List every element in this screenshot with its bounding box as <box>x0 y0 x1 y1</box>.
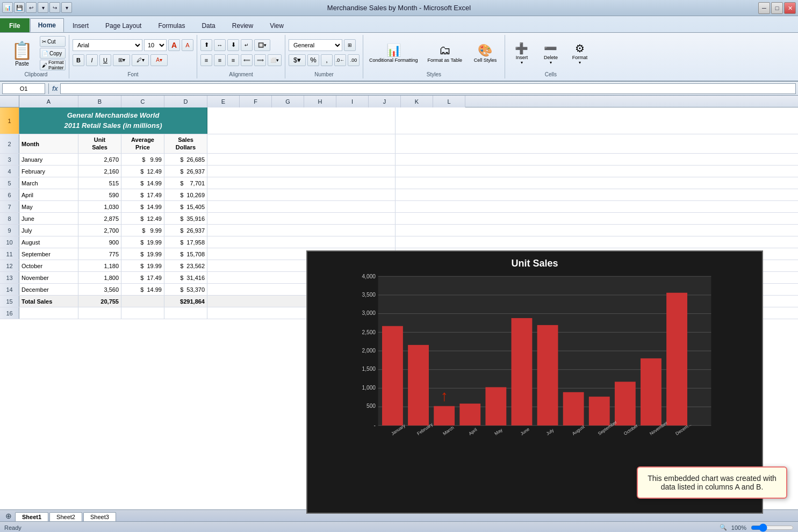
decrease-indent-button[interactable]: ⟸ <box>241 54 253 66</box>
decrease-decimal-button[interactable]: .0← <box>334 54 346 66</box>
month-cell[interactable]: April <box>19 189 78 200</box>
col-header-l[interactable]: L <box>433 96 465 107</box>
formula-input[interactable] <box>60 83 796 94</box>
avg-price-cell[interactable]: $ 19.99 <box>121 236 164 248</box>
redo-button[interactable]: ↪ <box>49 2 60 13</box>
avg-price-cell[interactable]: $ 14.99 <box>121 284 164 295</box>
total-sales-dollars[interactable]: $291,864 <box>164 296 207 307</box>
sales-dollars-cell[interactable]: $ 31,416 <box>164 272 207 283</box>
row-header-3[interactable]: 3 <box>0 154 19 165</box>
month-cell[interactable]: January <box>19 154 78 165</box>
month-cell[interactable]: November <box>19 272 78 283</box>
sales-dollars-cell[interactable]: $ 26,685 <box>164 154 207 165</box>
font-size-select[interactable]: 10 <box>144 39 167 51</box>
sales-dollars-cell[interactable]: $ 26,937 <box>164 166 207 177</box>
month-cell[interactable]: August <box>19 236 78 248</box>
col-header-h[interactable]: H <box>304 96 336 107</box>
increase-decimal-button[interactable]: .00 <box>348 54 360 66</box>
row-header-12[interactable]: 12 <box>0 260 19 271</box>
font-color-button[interactable]: A▾ <box>150 54 168 66</box>
align-middle-button[interactable]: ↔ <box>214 39 226 51</box>
sales-dollars-cell[interactable]: $ 7,701 <box>164 177 207 189</box>
insert-button[interactable]: ➕ Insert ▾ <box>508 40 535 67</box>
font-family-select[interactable]: Arial <box>73 39 142 51</box>
row-header-4[interactable]: 4 <box>0 166 19 177</box>
col-header-d[interactable]: D <box>164 96 207 107</box>
row-header-7[interactable]: 7 <box>0 201 19 212</box>
sales-dollars-cell[interactable]: $ 17,958 <box>164 236 207 248</box>
total-unit-sales[interactable]: 20,755 <box>78 296 121 307</box>
fill-color-button[interactable]: 🖊▾ <box>132 54 149 66</box>
col-header-i[interactable]: I <box>336 96 369 107</box>
tab-file[interactable]: File <box>0 18 30 32</box>
undo-arrow[interactable]: ▾ <box>38 2 48 13</box>
sheet-tab-2[interactable]: Sheet2 <box>49 512 82 521</box>
month-cell[interactable]: February <box>19 166 78 177</box>
name-box[interactable] <box>2 83 45 94</box>
save-button[interactable]: 💾 <box>14 2 25 13</box>
month-cell[interactable]: May <box>19 201 78 212</box>
avg-price-cell[interactable]: $ 12.49 <box>121 213 164 224</box>
tab-insert[interactable]: Insert <box>64 18 97 32</box>
format-as-table-button[interactable]: 🗂 Format as Table <box>425 42 465 64</box>
sales-dollars-cell[interactable]: $ 35,916 <box>164 213 207 224</box>
small-merge-button[interactable]: ⬜▾ <box>268 54 282 66</box>
cut-button[interactable]: ✂ Cut <box>40 36 66 47</box>
format-painter-button[interactable]: 🖌 Format Painter <box>40 60 66 70</box>
row-header-15[interactable]: 15 <box>0 296 19 307</box>
center-align-button[interactable]: ≡ <box>214 54 226 66</box>
unit-sales-cell[interactable]: 775 <box>78 248 121 260</box>
percent-button[interactable]: % <box>307 54 319 66</box>
sales-dollars-cell[interactable]: $ 15,405 <box>164 201 207 212</box>
row-header-1[interactable]: 1 <box>0 107 19 134</box>
copy-button[interactable]: 📄 Copy <box>40 48 66 59</box>
month-cell[interactable]: March <box>19 177 78 189</box>
sheet-tab-1[interactable]: Sheet1 <box>15 512 48 521</box>
tab-home[interactable]: Home <box>30 18 64 32</box>
unit-sales-cell[interactable]: 2,875 <box>78 213 121 224</box>
paste-button[interactable]: 📋 Paste <box>6 38 38 69</box>
tab-data[interactable]: Data <box>193 18 223 32</box>
row-header-14[interactable]: 14 <box>0 284 19 295</box>
bold-button[interactable]: B <box>73 54 84 66</box>
col-header-k[interactable]: K <box>401 96 433 107</box>
month-cell[interactable]: July <box>19 225 78 236</box>
currency-button[interactable]: $▾ <box>289 54 306 66</box>
sales-dollars-cell[interactable]: $ 10,269 <box>164 189 207 200</box>
customize-qat[interactable]: ▾ <box>61 2 72 13</box>
col-header-b[interactable]: B <box>78 96 121 107</box>
close-button[interactable]: ✕ <box>784 2 796 14</box>
month-cell[interactable]: December <box>19 284 78 295</box>
comma-button[interactable]: , <box>321 54 333 66</box>
increase-font-button[interactable]: A <box>168 39 180 51</box>
row-header-5[interactable]: 5 <box>0 177 19 189</box>
tab-review[interactable]: Review <box>224 18 261 32</box>
italic-button[interactable]: I <box>86 54 98 66</box>
row-header-9[interactable]: 9 <box>0 225 19 236</box>
avg-price-cell[interactable]: $ 19.99 <box>121 260 164 271</box>
month-cell[interactable]: September <box>19 248 78 260</box>
month-cell[interactable]: June <box>19 213 78 224</box>
minimize-button[interactable]: ─ <box>758 2 770 14</box>
avg-price-cell[interactable]: $ 12.49 <box>121 166 164 177</box>
col-header-a[interactable]: A <box>19 96 78 107</box>
row-header-2[interactable]: 2 <box>0 134 19 153</box>
sales-dollars-cell[interactable]: $ 26,937 <box>164 225 207 236</box>
tab-formulas[interactable]: Formulas <box>150 18 193 32</box>
unit-sales-cell[interactable]: 3,560 <box>78 284 121 295</box>
increase-indent-button[interactable]: ⟹ <box>254 54 266 66</box>
row-header-6[interactable]: 6 <box>0 189 19 200</box>
month-cell[interactable]: October <box>19 260 78 271</box>
avg-price-cell[interactable]: $ 9.99 <box>121 154 164 165</box>
sheet-tab-3[interactable]: Sheet3 <box>83 512 116 521</box>
number-format-select[interactable]: General <box>289 39 342 51</box>
align-top-button[interactable]: ⬆ <box>200 39 212 51</box>
unit-sales-cell[interactable]: 590 <box>78 189 121 200</box>
avg-price-cell[interactable]: $ 9.99 <box>121 225 164 236</box>
col-header-e[interactable]: E <box>207 96 240 107</box>
decrease-font-button[interactable]: A <box>182 39 193 51</box>
new-sheet-button[interactable]: ⊕ <box>2 511 15 521</box>
zoom-slider[interactable] <box>751 524 794 531</box>
unit-sales-cell[interactable]: 900 <box>78 236 121 248</box>
align-bottom-button[interactable]: ⬇ <box>227 39 239 51</box>
